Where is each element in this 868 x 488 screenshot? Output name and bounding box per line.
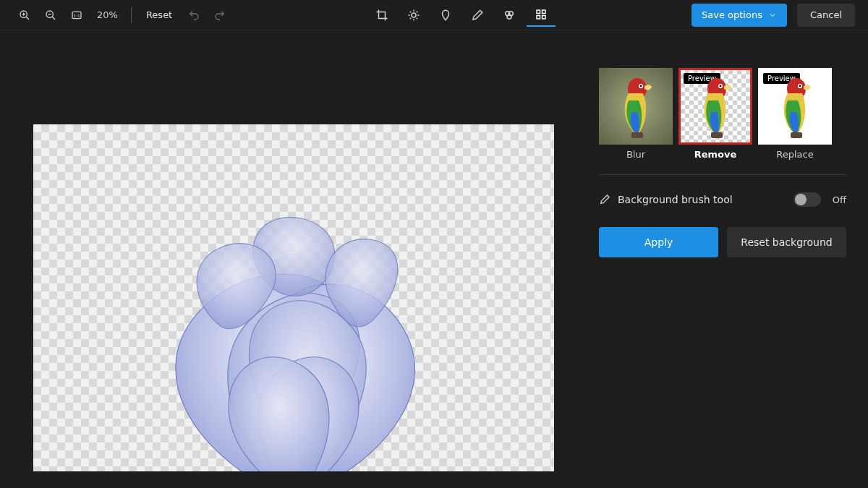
toolbar-right-group: Save options Cancel xyxy=(692,4,855,27)
canvas-area xyxy=(0,30,599,488)
option-replace: Preview Replace xyxy=(758,68,832,160)
option-replace-thumb[interactable]: Preview xyxy=(758,68,832,145)
main-area: Blur Preview Remove xyxy=(0,30,868,488)
cancel-button[interactable]: Cancel xyxy=(797,4,855,27)
save-options-label: Save options xyxy=(702,9,762,20)
brush-tool-toggle[interactable] xyxy=(793,192,821,207)
image-canvas[interactable] xyxy=(33,124,554,471)
toolbar-center-group xyxy=(367,4,556,27)
svg-line-17 xyxy=(417,11,418,12)
filter-icon[interactable] xyxy=(431,4,460,27)
top-toolbar: 1:1 20% Reset Save op xyxy=(0,0,868,30)
svg-rect-22 xyxy=(542,10,546,14)
option-remove-thumb[interactable]: Preview xyxy=(678,68,752,145)
chevron-down-icon xyxy=(768,11,777,20)
svg-line-1 xyxy=(26,17,29,20)
toolbar-divider xyxy=(131,7,132,23)
svg-rect-36 xyxy=(791,132,802,138)
zoom-level: 20% xyxy=(91,9,124,20)
svg-line-5 xyxy=(52,17,55,20)
reset-view-button[interactable]: Reset xyxy=(139,4,179,26)
pencil-icon xyxy=(599,194,610,205)
option-remove: Preview Remove xyxy=(678,68,752,160)
svg-line-15 xyxy=(417,17,418,19)
svg-point-35 xyxy=(799,85,801,87)
svg-rect-23 xyxy=(537,15,540,19)
crop-icon[interactable] xyxy=(367,4,396,27)
svg-point-31 xyxy=(720,85,722,87)
svg-rect-24 xyxy=(542,15,546,19)
option-replace-label: Replace xyxy=(776,149,813,160)
option-blur-thumb[interactable] xyxy=(599,68,673,145)
svg-rect-21 xyxy=(537,10,540,14)
side-panel: Blur Preview Remove xyxy=(599,30,868,488)
markup-icon[interactable] xyxy=(463,4,492,27)
svg-line-16 xyxy=(410,17,412,19)
reset-background-button[interactable]: Reset background xyxy=(727,227,846,257)
apply-button[interactable]: Apply xyxy=(599,227,718,257)
parrot-image xyxy=(607,73,665,142)
svg-text:1:1: 1:1 xyxy=(73,12,80,17)
svg-rect-32 xyxy=(711,132,723,138)
adjust-icon[interactable] xyxy=(399,4,428,27)
zoom-out-icon[interactable] xyxy=(39,4,62,27)
brush-tool-state: Off xyxy=(833,194,846,205)
option-remove-label: Remove xyxy=(694,149,737,160)
brush-tool-label: Background brush tool xyxy=(618,194,786,205)
undo-icon[interactable] xyxy=(182,4,205,27)
side-action-row: Apply Reset background xyxy=(599,227,846,257)
svg-point-27 xyxy=(640,85,642,87)
fit-to-screen-icon[interactable]: 1:1 xyxy=(65,4,88,27)
side-divider xyxy=(599,174,846,175)
svg-rect-28 xyxy=(631,132,643,138)
brush-tool-row: Background brush tool Off xyxy=(599,192,846,207)
parrot-image xyxy=(766,73,824,142)
edited-image xyxy=(77,139,511,471)
svg-point-9 xyxy=(412,13,416,17)
redo-icon[interactable] xyxy=(208,4,231,27)
zoom-in-icon[interactable] xyxy=(13,4,36,27)
parrot-image xyxy=(686,73,744,142)
option-blur-label: Blur xyxy=(626,149,645,160)
background-option-thumbs: Blur Preview Remove xyxy=(599,68,846,160)
save-options-button[interactable]: Save options xyxy=(692,4,787,27)
svg-line-14 xyxy=(410,11,412,12)
option-blur: Blur xyxy=(599,68,673,160)
background-removal-icon[interactable] xyxy=(527,4,556,27)
toolbar-left-group: 1:1 20% Reset xyxy=(13,4,231,27)
erase-icon[interactable] xyxy=(495,4,524,27)
